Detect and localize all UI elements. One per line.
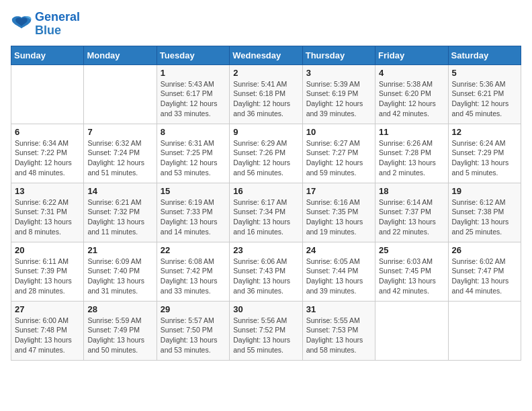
day-info: Sunrise: 5:43 AMSunset: 6:17 PMDaylight:…	[161, 79, 226, 119]
day-info: Sunrise: 5:39 AMSunset: 6:19 PMDaylight:…	[306, 79, 371, 119]
day-number: 25	[379, 245, 444, 255]
day-header-sunday: Sunday	[11, 46, 84, 64]
calendar-cell: 15Sunrise: 6:19 AMSunset: 7:33 PMDayligh…	[157, 183, 229, 242]
day-number: 7	[87, 127, 152, 137]
calendar-cell: 27Sunrise: 6:00 AMSunset: 7:48 PMDayligh…	[11, 301, 84, 360]
calendar-cell: 22Sunrise: 6:08 AMSunset: 7:42 PMDayligh…	[157, 242, 229, 301]
day-info: Sunrise: 5:57 AMSunset: 7:50 PMDaylight:…	[161, 316, 226, 355]
day-info: Sunrise: 5:36 AMSunset: 6:21 PMDaylight:…	[452, 79, 517, 119]
day-info: Sunrise: 6:31 AMSunset: 7:25 PMDaylight:…	[161, 138, 226, 178]
day-info: Sunrise: 5:41 AMSunset: 6:18 PMDaylight:…	[233, 79, 298, 119]
calendar-cell: 13Sunrise: 6:22 AMSunset: 7:31 PMDayligh…	[11, 183, 84, 242]
week-row-1: 1Sunrise: 5:43 AMSunset: 6:17 PMDaylight…	[11, 64, 521, 124]
day-info: Sunrise: 6:21 AMSunset: 7:32 PMDaylight:…	[87, 197, 152, 237]
calendar-cell: 31Sunrise: 5:55 AMSunset: 7:53 PMDayligh…	[302, 301, 375, 360]
calendar-cell: 29Sunrise: 5:57 AMSunset: 7:50 PMDayligh…	[157, 301, 229, 360]
calendar-cell: 7Sunrise: 6:32 AMSunset: 7:24 PMDaylight…	[84, 124, 157, 183]
day-number: 16	[233, 186, 298, 196]
day-header-tuesday: Tuesday	[157, 46, 229, 64]
calendar-cell: 14Sunrise: 6:21 AMSunset: 7:32 PMDayligh…	[84, 183, 157, 242]
day-number: 2	[233, 68, 298, 78]
page-header: General Blue	[11, 11, 521, 38]
calendar-cell: 28Sunrise: 5:59 AMSunset: 7:49 PMDayligh…	[84, 301, 157, 360]
day-info: Sunrise: 6:11 AMSunset: 7:39 PMDaylight:…	[15, 257, 80, 296]
day-number: 6	[15, 127, 80, 137]
day-number: 3	[306, 68, 371, 78]
calendar-cell: 2Sunrise: 5:41 AMSunset: 6:18 PMDaylight…	[230, 64, 302, 124]
day-info: Sunrise: 5:56 AMSunset: 7:52 PMDaylight:…	[233, 316, 298, 355]
day-info: Sunrise: 6:02 AMSunset: 7:47 PMDaylight:…	[452, 257, 517, 296]
week-row-5: 27Sunrise: 6:00 AMSunset: 7:48 PMDayligh…	[11, 301, 521, 360]
day-number: 24	[306, 245, 371, 255]
day-header-wednesday: Wednesday	[230, 46, 302, 64]
day-info: Sunrise: 6:34 AMSunset: 7:22 PMDaylight:…	[15, 138, 80, 178]
day-info: Sunrise: 6:05 AMSunset: 7:44 PMDaylight:…	[306, 257, 371, 296]
day-info: Sunrise: 6:29 AMSunset: 7:26 PMDaylight:…	[233, 138, 298, 178]
day-number: 31	[306, 304, 371, 314]
calendar-cell: 8Sunrise: 6:31 AMSunset: 7:25 PMDaylight…	[157, 124, 229, 183]
calendar-cell: 17Sunrise: 6:16 AMSunset: 7:35 PMDayligh…	[302, 183, 375, 242]
day-header-saturday: Saturday	[448, 46, 521, 64]
day-number: 5	[452, 68, 517, 78]
calendar-cell: 25Sunrise: 6:03 AMSunset: 7:45 PMDayligh…	[375, 242, 448, 301]
calendar-cell: 23Sunrise: 6:06 AMSunset: 7:43 PMDayligh…	[230, 242, 302, 301]
day-number: 19	[452, 186, 517, 196]
day-info: Sunrise: 5:59 AMSunset: 7:49 PMDaylight:…	[87, 316, 152, 355]
day-number: 21	[87, 245, 152, 255]
calendar-cell: 1Sunrise: 5:43 AMSunset: 6:17 PMDaylight…	[157, 64, 229, 124]
calendar-cell: 4Sunrise: 5:38 AMSunset: 6:20 PMDaylight…	[375, 64, 448, 124]
day-info: Sunrise: 6:22 AMSunset: 7:31 PMDaylight:…	[15, 197, 80, 237]
day-header-friday: Friday	[375, 46, 448, 64]
calendar-cell: 12Sunrise: 6:24 AMSunset: 7:29 PMDayligh…	[448, 124, 521, 183]
day-number: 30	[233, 304, 298, 314]
day-info: Sunrise: 6:09 AMSunset: 7:40 PMDaylight:…	[87, 257, 152, 296]
day-number: 29	[161, 304, 226, 314]
calendar-cell: 16Sunrise: 6:17 AMSunset: 7:34 PMDayligh…	[230, 183, 302, 242]
day-info: Sunrise: 6:24 AMSunset: 7:29 PMDaylight:…	[452, 138, 517, 178]
day-info: Sunrise: 6:00 AMSunset: 7:48 PMDaylight:…	[15, 316, 80, 355]
day-number: 14	[87, 186, 152, 196]
logo: General Blue	[11, 11, 80, 38]
day-number: 12	[452, 127, 517, 137]
calendar-cell: 18Sunrise: 6:14 AMSunset: 7:37 PMDayligh…	[375, 183, 448, 242]
day-number: 22	[161, 245, 226, 255]
calendar-cell: 5Sunrise: 5:36 AMSunset: 6:21 PMDaylight…	[448, 64, 521, 124]
day-header-monday: Monday	[84, 46, 157, 64]
day-number: 26	[452, 245, 517, 255]
day-info: Sunrise: 6:06 AMSunset: 7:43 PMDaylight:…	[233, 257, 298, 296]
week-row-3: 13Sunrise: 6:22 AMSunset: 7:31 PMDayligh…	[11, 183, 521, 242]
calendar-cell	[448, 301, 521, 360]
day-header-thursday: Thursday	[302, 46, 375, 64]
day-number: 13	[15, 186, 80, 196]
day-number: 18	[379, 186, 444, 196]
calendar-cell: 3Sunrise: 5:39 AMSunset: 6:19 PMDaylight…	[302, 64, 375, 124]
day-info: Sunrise: 6:08 AMSunset: 7:42 PMDaylight:…	[161, 257, 226, 296]
calendar-cell: 26Sunrise: 6:02 AMSunset: 7:47 PMDayligh…	[448, 242, 521, 301]
day-number: 8	[161, 127, 226, 137]
calendar-cell	[11, 64, 84, 124]
day-number: 23	[233, 245, 298, 255]
day-number: 15	[161, 186, 226, 196]
calendar-cell: 6Sunrise: 6:34 AMSunset: 7:22 PMDaylight…	[11, 124, 84, 183]
day-number: 10	[306, 127, 371, 137]
day-number: 17	[306, 186, 371, 196]
calendar-cell: 10Sunrise: 6:27 AMSunset: 7:27 PMDayligh…	[302, 124, 375, 183]
day-info: Sunrise: 5:55 AMSunset: 7:53 PMDaylight:…	[306, 316, 371, 355]
logo-text: General Blue	[35, 11, 80, 38]
day-number: 11	[379, 127, 444, 137]
calendar-cell	[84, 64, 157, 124]
day-info: Sunrise: 6:03 AMSunset: 7:45 PMDaylight:…	[379, 257, 444, 296]
calendar-cell: 21Sunrise: 6:09 AMSunset: 7:40 PMDayligh…	[84, 242, 157, 301]
header-row: SundayMondayTuesdayWednesdayThursdayFrid…	[11, 46, 521, 64]
day-number: 1	[161, 68, 226, 78]
day-info: Sunrise: 6:14 AMSunset: 7:37 PMDaylight:…	[379, 197, 444, 237]
day-info: Sunrise: 6:16 AMSunset: 7:35 PMDaylight:…	[306, 197, 371, 237]
calendar-cell: 9Sunrise: 6:29 AMSunset: 7:26 PMDaylight…	[230, 124, 302, 183]
calendar-cell: 24Sunrise: 6:05 AMSunset: 7:44 PMDayligh…	[302, 242, 375, 301]
day-info: Sunrise: 5:38 AMSunset: 6:20 PMDaylight:…	[379, 79, 444, 119]
day-number: 9	[233, 127, 298, 137]
calendar-cell: 30Sunrise: 5:56 AMSunset: 7:52 PMDayligh…	[230, 301, 302, 360]
day-info: Sunrise: 6:27 AMSunset: 7:27 PMDaylight:…	[306, 138, 371, 178]
calendar-cell: 11Sunrise: 6:26 AMSunset: 7:28 PMDayligh…	[375, 124, 448, 183]
day-info: Sunrise: 6:12 AMSunset: 7:38 PMDaylight:…	[452, 197, 517, 237]
